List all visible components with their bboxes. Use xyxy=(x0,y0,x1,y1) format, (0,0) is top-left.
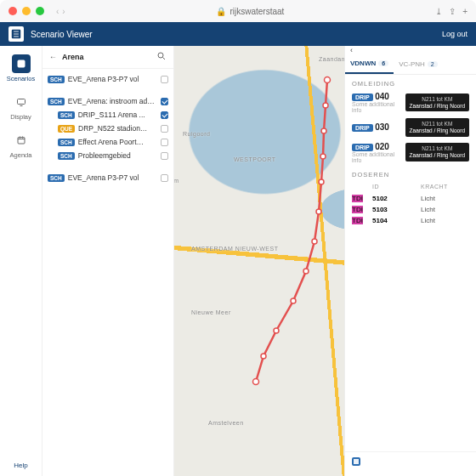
svg-point-16 xyxy=(253,379,259,385)
help-link[interactable]: Help xyxy=(14,462,27,469)
forward-icon[interactable]: › xyxy=(62,7,65,16)
tdi-row[interactable]: TDI 5102 Licht xyxy=(352,193,469,204)
nav-display[interactable]: Display xyxy=(4,89,38,124)
back-icon[interactable]: ‹ xyxy=(56,7,59,16)
download-icon[interactable]: ⤓ xyxy=(435,7,442,16)
svg-point-4 xyxy=(158,53,163,58)
tdi-kracht: Licht xyxy=(421,195,469,202)
tdi-tag: TDI xyxy=(352,195,363,202)
section-heading: OMLEIDING xyxy=(345,75,476,89)
address-bar[interactable]: 🔒 rijkswaterstaat xyxy=(71,7,430,16)
tree-node[interactable]: SCH EVE_Arena: instroom advies… xyxy=(42,94,173,108)
section-heading: DOSEREN xyxy=(345,166,476,180)
node-label: DRIP_S111 Arena ... xyxy=(78,110,157,119)
tree-node[interactable]: SCH Probleemgebied xyxy=(42,149,173,162)
node-checkbox[interactable] xyxy=(161,125,168,133)
drip-tag: DRIP xyxy=(352,94,373,101)
node-label: Probleemgebied xyxy=(78,151,157,160)
node-badge: SCH xyxy=(48,76,65,83)
tdi-table-header: ID KRACHT xyxy=(352,180,469,193)
nav-label: Display xyxy=(10,113,31,121)
logout-link[interactable]: Log out xyxy=(442,30,468,38)
tdi-tag: TDI xyxy=(352,206,363,213)
svg-point-15 xyxy=(261,354,266,359)
tab-vdnwn[interactable]: VDNWN 6 xyxy=(345,54,394,74)
tree-node[interactable]: QUE DRP_N522 stadion… xyxy=(42,122,173,135)
node-badge: QUE xyxy=(58,125,75,133)
search-icon[interactable] xyxy=(156,51,167,63)
svg-point-10 xyxy=(316,209,321,214)
drip-tag: DRIP xyxy=(352,144,373,151)
tdi-kracht: Licht xyxy=(421,206,469,213)
node-badge: SCH xyxy=(58,152,75,160)
node-checkbox[interactable] xyxy=(161,174,168,182)
scenario-tree: SCH EVE_Arena P3-P7 vol SCH EVE_Arena: i… xyxy=(42,69,173,188)
drip-sign-preview: N211 tot KMZaanstad / Ring Noord xyxy=(405,118,469,137)
app-header: Scenario Viewer Log out xyxy=(0,22,476,46)
tab-count: 2 xyxy=(428,61,438,67)
node-checkbox[interactable] xyxy=(161,139,168,146)
share-icon[interactable]: ⇪ xyxy=(449,7,456,16)
svg-point-7 xyxy=(321,128,326,133)
scenario-tree-panel: ← Arena SCH EVE_Arena P3-P7 vol SCH EVE_… xyxy=(42,46,174,476)
app-logo xyxy=(8,26,24,42)
svg-point-11 xyxy=(312,239,317,244)
svg-point-5 xyxy=(325,77,331,83)
map-label: Zaandam xyxy=(319,56,347,62)
tab-label: VDNWN xyxy=(350,60,376,67)
minimize-window-icon[interactable] xyxy=(22,7,31,15)
drip-id: 040 xyxy=(375,92,389,101)
map-canvas[interactable]: ZaandamWESTPOORTAMSTERDAM NIEUW-WESTAmst… xyxy=(174,46,476,476)
node-label: EVE_Arena P3-P7 vol xyxy=(68,173,157,182)
svg-point-13 xyxy=(291,298,296,303)
legend xyxy=(345,451,476,471)
maximize-window-icon[interactable] xyxy=(36,7,44,15)
add-icon[interactable]: + xyxy=(462,7,468,16)
panel-back-icon[interactable]: ‹ xyxy=(345,46,476,54)
legend-swatch xyxy=(352,457,360,466)
drip-subtitle: Some additional info xyxy=(352,101,400,113)
map-label: Amstelveen xyxy=(208,420,244,426)
node-checkbox[interactable] xyxy=(161,98,168,105)
tdi-id: 5104 xyxy=(372,217,421,224)
drip-row[interactable]: DRIP 020 Some additional info N211 tot K… xyxy=(345,139,476,166)
svg-point-9 xyxy=(319,179,324,184)
nav-label: Scenarios xyxy=(7,75,35,82)
node-checkbox[interactable] xyxy=(161,111,168,119)
tree-node[interactable]: SCH DRIP_S111 Arena ... xyxy=(42,108,173,122)
svg-point-6 xyxy=(323,103,328,108)
nav-rail: Scenarios Display Agenda Help xyxy=(0,46,42,476)
close-window-icon[interactable] xyxy=(8,7,17,15)
node-label: DRP_N522 stadion… xyxy=(78,124,157,133)
nav-agenda[interactable]: Agenda xyxy=(4,128,38,162)
drip-row[interactable]: DRIP 030 N211 tot KMZaanstad / Ring Noor… xyxy=(345,116,476,139)
tdi-id: 5103 xyxy=(372,206,421,213)
map-label: Spaarndam xyxy=(174,178,179,184)
nav-scenarios[interactable]: Scenarios xyxy=(4,51,38,86)
node-checkbox[interactable] xyxy=(161,152,168,160)
scenarios-icon xyxy=(12,54,31,73)
map-label: Nieuwe Meer xyxy=(191,309,231,315)
map-label: WESTPOORT xyxy=(234,156,275,162)
window-controls[interactable] xyxy=(8,7,44,15)
svg-point-14 xyxy=(274,328,279,333)
tab-vcpnh[interactable]: VC-PNH 2 xyxy=(394,54,443,74)
node-checkbox[interactable] xyxy=(161,76,168,83)
svg-point-12 xyxy=(303,269,309,274)
browser-nav: ‹ › xyxy=(56,7,65,16)
drip-row[interactable]: DRIP 040 Some additional info N211 tot K… xyxy=(345,89,476,116)
tree-node[interactable]: SCH EVE_Arena P3-P7 vol xyxy=(42,171,173,184)
display-icon xyxy=(12,93,31,111)
drip-sign-preview: N211 tot KMZaanstad / Ring Noord xyxy=(405,143,469,162)
tab-count: 6 xyxy=(378,60,388,66)
tree-node[interactable]: SCH Effect Arena Poort… xyxy=(42,135,173,149)
tdi-row[interactable]: TDI 5103 Licht xyxy=(352,204,469,215)
node-badge: SCH xyxy=(58,139,75,146)
svg-rect-2 xyxy=(17,99,25,105)
back-arrow-icon[interactable]: ← xyxy=(49,53,57,61)
tree-node[interactable]: SCH EVE_Arena P3-P7 vol xyxy=(42,72,173,86)
details-tabs: VDNWN 6 VC-PNH 2 xyxy=(345,54,476,75)
tdi-row[interactable]: TDI 5104 Licht xyxy=(352,215,469,226)
tdi-tag: TDI xyxy=(352,217,363,224)
map-label: Ruigoord xyxy=(183,131,210,137)
